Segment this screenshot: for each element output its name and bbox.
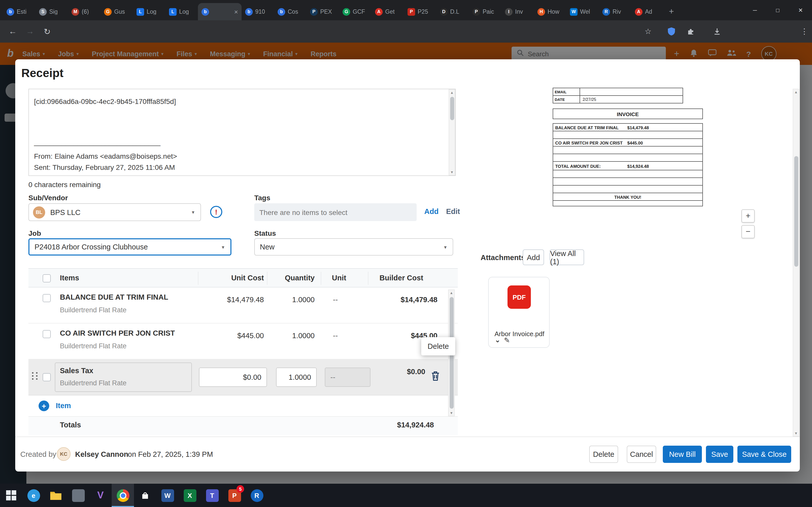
row-checkbox[interactable] <box>43 330 51 338</box>
zoom-out-button[interactable]: − <box>742 225 755 238</box>
maximize-button[interactable]: □ <box>766 0 789 20</box>
tab-favicon: b <box>201 8 209 15</box>
scroll-up-icon[interactable]: ▲ <box>449 91 455 94</box>
scroll-down-icon[interactable]: ▼ <box>793 432 799 435</box>
scroll-up-icon[interactable]: ▲ <box>449 291 454 294</box>
back-button[interactable]: ← <box>5 20 20 43</box>
attachment-card[interactable]: PDF Arbor Invoice.pdf ⌄ ✎ <box>488 277 550 348</box>
tab-close-icon[interactable]: × <box>234 8 238 15</box>
browser-menu-icon[interactable]: ⋮ <box>797 20 812 43</box>
forward-button[interactable]: → <box>22 20 38 43</box>
plus-icon[interactable]: + <box>39 400 49 411</box>
browser-tab[interactable]: GGus <box>100 3 133 20</box>
table-row[interactable]: CO AIR SWITCH PER JON CRIST Buildertrend… <box>29 324 458 359</box>
scrollbar-thumb[interactable] <box>450 97 454 120</box>
vendor-warning-icon[interactable]: ! <box>210 206 222 218</box>
taskbar-visual-studio[interactable]: V <box>89 484 112 507</box>
subvendor-select[interactable]: BL BPS LLC ▾ <box>29 203 201 221</box>
attachments-add-button[interactable]: Add <box>523 249 544 265</box>
browser-tab[interactable]: PP25 <box>404 3 437 20</box>
browser-tab[interactable]: PPEX <box>307 3 339 20</box>
shield-extension-icon[interactable] <box>664 20 679 43</box>
browser-tab[interactable]: LLog <box>165 3 198 20</box>
reload-button[interactable]: ↻ <box>40 20 55 43</box>
taskbar-teams[interactable]: T <box>201 484 223 507</box>
row-checkbox[interactable] <box>43 373 51 381</box>
browser-tab[interactable]: LLog <box>133 3 165 20</box>
start-button[interactable] <box>0 484 22 507</box>
browser-tab[interactable]: SSig <box>36 3 68 20</box>
taskbar-chrome-active[interactable] <box>112 484 134 507</box>
scroll-down-icon[interactable]: ▼ <box>449 170 455 174</box>
browser-tab[interactable]: WWel <box>566 3 599 20</box>
delete-button[interactable]: Delete <box>589 446 618 463</box>
browser-tab[interactable]: AAd <box>631 3 664 20</box>
save-button[interactable]: Save <box>706 446 733 463</box>
quantity-input[interactable] <box>276 368 317 387</box>
trash-icon[interactable] <box>431 371 440 383</box>
browser-tab[interactable]: GGCF <box>339 3 371 20</box>
browser-tab[interactable]: AGet <box>371 3 404 20</box>
zoom-in-button[interactable]: + <box>742 209 755 223</box>
table-row[interactable]: BALANCE DUE AT TRIM FINAL Buildertrend F… <box>29 287 458 324</box>
table-row-hovered[interactable]: Sales Tax Buildertrend Flat Rate $0.00 <box>29 359 458 395</box>
invoice-date-cell: DATE <box>553 95 580 103</box>
save-close-button[interactable]: Save & Close <box>738 446 791 463</box>
column-quantity: Quantity <box>267 274 315 282</box>
attachments-view-all-button[interactable]: View All (1) <box>550 249 584 265</box>
receipt-modal: Receipt [cid:0966ad6a-09bc-4ec2-9b45-170… <box>15 59 800 471</box>
browser-tab[interactable]: bCos <box>274 3 307 20</box>
close-window-button[interactable]: ✕ <box>789 0 812 20</box>
taskbar-file-explorer[interactable] <box>45 484 67 507</box>
taskbar-store[interactable] <box>134 484 156 507</box>
bookmark-star-icon[interactable]: ☆ <box>641 20 656 43</box>
taskbar-word[interactable]: W <box>156 484 179 507</box>
row-checkbox[interactable] <box>43 294 51 302</box>
browser-tab[interactable]: DD.L <box>437 3 469 20</box>
scroll-up-icon[interactable]: ▲ <box>793 90 799 94</box>
cancel-button[interactable]: Cancel <box>627 446 656 463</box>
browser-tab[interactable]: b910 <box>242 3 274 20</box>
scrollbar-thumb[interactable] <box>794 156 798 267</box>
job-select[interactable]: P24018 Arbor Crossing Clubhouse ▾ <box>29 238 232 256</box>
panel-scrollbar[interactable]: ▲ ▼ <box>793 89 799 437</box>
item-name: BALANCE DUE AT TRIM FINAL <box>60 293 168 301</box>
select-all-checkbox[interactable] <box>43 274 51 282</box>
downloads-icon[interactable] <box>709 20 725 43</box>
column-divider <box>267 272 267 285</box>
tags-input[interactable] <box>254 203 417 221</box>
browser-tab-active[interactable]: b× <box>198 3 242 20</box>
scroll-down-icon[interactable]: ▼ <box>449 411 454 415</box>
new-tab-button[interactable]: + <box>664 3 679 20</box>
taskbar-excel[interactable]: X <box>179 484 201 507</box>
taskbar-edge[interactable]: e <box>22 484 45 507</box>
unit-cost-input[interactable] <box>199 368 267 387</box>
taskbar-powerpoint[interactable]: P 5 <box>223 484 246 507</box>
add-item-label[interactable]: Item <box>56 402 71 410</box>
status-select[interactable]: New ▾ <box>254 238 453 256</box>
extensions-puzzle-icon[interactable] <box>683 20 698 43</box>
browser-tab[interactable]: M(6) <box>68 3 100 20</box>
minimize-button[interactable]: ─ <box>744 0 766 20</box>
email-scrollbar[interactable]: ▲ ▼ <box>449 89 455 175</box>
tab-favicon: L <box>137 8 144 15</box>
chrome-icon <box>116 489 129 502</box>
unit-cost-value: $14,479.48 <box>191 295 264 304</box>
new-bill-button[interactable]: New Bill <box>663 446 702 463</box>
email-body-textarea[interactable]: [cid:0966ad6a-09bc-4ec2-9b45-170fffa85f5… <box>29 89 456 176</box>
item-name-cell[interactable]: Sales Tax Buildertrend Flat Rate <box>55 362 192 392</box>
browser-tab[interactable]: RRiv <box>599 3 631 20</box>
tab-favicon: b <box>245 8 253 15</box>
tags-edit-link[interactable]: Edit <box>446 207 460 216</box>
drag-handle-icon[interactable] <box>32 372 38 380</box>
tags-add-link[interactable]: Add <box>424 207 439 216</box>
browser-tab[interactable]: bEsti <box>3 3 36 20</box>
taskbar-outlook[interactable] <box>67 484 89 507</box>
pencil-icon[interactable]: ✎ <box>504 336 510 344</box>
browser-tab[interactable]: HHow <box>534 3 566 20</box>
taskbar-r-app[interactable]: R <box>246 484 268 507</box>
chevron-down-icon[interactable]: ⌄ <box>495 336 500 344</box>
add-item-row[interactable]: + Item <box>29 395 458 417</box>
browser-tab[interactable]: PPaic <box>469 3 501 20</box>
browser-tab[interactable]: IInv <box>501 3 534 20</box>
